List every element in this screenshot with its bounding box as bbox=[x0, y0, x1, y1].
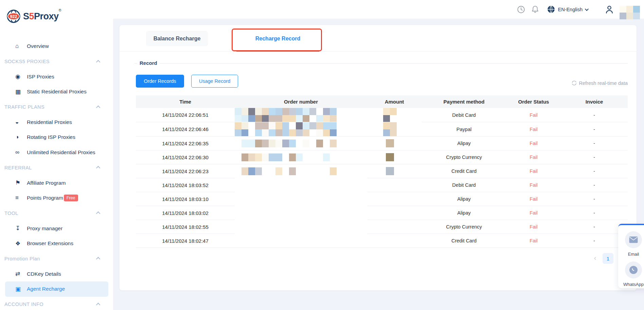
pagination-page-1[interactable]: 1 bbox=[603, 253, 613, 264]
sidebar-item-label: Static Residential Proxies bbox=[27, 89, 87, 95]
cell-time: 14/11/2024 22:06:46 bbox=[136, 122, 235, 136]
sidebar-item-residential-proxies[interactable]: ◒Residential Proxies bbox=[5, 114, 108, 130]
main-content: Balance Recharge Recharge Record Record … bbox=[113, 19, 644, 310]
cell-payment-method: Alipay bbox=[422, 206, 506, 220]
cell-time: 14/11/2024 18:03:10 bbox=[136, 192, 235, 206]
tab-balance-recharge[interactable]: Balance Recharge bbox=[146, 31, 208, 46]
cell-amount-masked bbox=[367, 150, 422, 164]
usage-record-button[interactable]: Usage Record bbox=[191, 75, 238, 88]
cell-amount-masked bbox=[367, 220, 422, 234]
logo-globe-icon: 922 bbox=[6, 9, 21, 24]
table-row: 14/11/2024 22:06:30Crypto CurrencyFail- bbox=[136, 150, 628, 164]
sidebar-section-tool[interactable]: TOOL bbox=[0, 206, 113, 221]
sidebar-section-promotion-plan[interactable]: Promotion Plan bbox=[0, 251, 113, 267]
records-table: TimeOrder numberAmountPayment methodOrde… bbox=[136, 95, 628, 248]
refresh-real-time-data[interactable]: Refresh real-time data bbox=[571, 80, 628, 86]
order-records-button[interactable]: Order Records bbox=[136, 75, 184, 88]
cell-time: 14/11/2024 18:03:02 bbox=[136, 206, 235, 220]
sidebar-item-agent-recharge[interactable]: ▣Agent Recharge bbox=[5, 281, 108, 297]
sidebar-item-browser-extensions[interactable]: ❖Browser Extensions bbox=[5, 236, 108, 251]
cell-payment-method: Alipay bbox=[422, 192, 506, 206]
shield-icon: ⚑ bbox=[15, 179, 27, 186]
sidebar-nav: ⌂OverviewSOCKS5 PROXIES◉ISP Proxies▦Stat… bbox=[0, 39, 113, 310]
whatsapp-icon bbox=[629, 265, 638, 275]
cell-time: 14/11/2024 22:06:51 bbox=[136, 108, 235, 122]
sidebar-section-traffic-plans[interactable]: TRAFFIC PLANS bbox=[0, 99, 113, 115]
active-tab-underline bbox=[236, 51, 319, 52]
sidebar-section-socks5-proxies[interactable]: SOCKS5 PROXIES bbox=[0, 54, 113, 69]
cell-amount-masked bbox=[367, 178, 422, 192]
sidebar-item-isp-proxies[interactable]: ◉ISP Proxies bbox=[5, 69, 108, 84]
cell-payment-method: Paypal bbox=[422, 122, 506, 136]
chevron-up-icon bbox=[96, 166, 101, 170]
cell-order-status: Fail bbox=[506, 178, 561, 192]
app-window: 922 S5Proxy® ⌂OverviewSOCKS5 PROXIES◉ISP… bbox=[0, 0, 644, 310]
language-label: EN-English bbox=[558, 7, 583, 12]
cell-time: 14/11/2024 18:03:52 bbox=[136, 178, 235, 192]
section-label: REFERRAL bbox=[4, 165, 32, 170]
cell-invoice: - bbox=[561, 178, 628, 192]
section-label: ACCOUNT INFO bbox=[4, 302, 43, 307]
email-button[interactable] bbox=[625, 231, 642, 248]
cell-invoice: - bbox=[561, 206, 628, 220]
wallet-icon: ▣ bbox=[15, 286, 27, 293]
brand-logo[interactable]: 922 S5Proxy® bbox=[0, 0, 113, 24]
cell-order-status: Fail bbox=[506, 164, 561, 178]
sidebar-item-affiliate-program[interactable]: ⚑Affiliate Program bbox=[5, 175, 108, 190]
table-row: 14/11/2024 18:02:47Credit CardFail- bbox=[136, 234, 628, 248]
chevron-up-icon bbox=[96, 105, 101, 110]
table-row: 14/11/2024 22:06:51Debit CardFail- bbox=[136, 108, 628, 122]
sidebar-item-unlimited-residential-proxies[interactable]: ∞Unlimited Residential Proxies bbox=[5, 145, 108, 160]
section-label: Promotion Plan bbox=[4, 256, 40, 261]
section-label: TOOL bbox=[4, 211, 18, 216]
cell-payment-method: Debit Card bbox=[422, 108, 506, 122]
whatsapp-label: WhatsApp bbox=[623, 282, 644, 287]
tabs-divider bbox=[120, 51, 637, 52]
cell-order-number-masked bbox=[235, 178, 367, 192]
swap-icon: ⇄ bbox=[15, 270, 27, 277]
sidebar-item-points-program[interactable]: ≡Points ProgramFree bbox=[5, 190, 108, 206]
language-selector[interactable]: EN-English bbox=[547, 5, 588, 14]
chevron-up-icon bbox=[96, 212, 101, 216]
building-icon: ▦ bbox=[15, 88, 27, 95]
sidebar-item-label: Unlimited Residential Proxies bbox=[27, 149, 95, 156]
avatar[interactable] bbox=[620, 6, 640, 19]
email-icon bbox=[629, 236, 638, 243]
sidebar-item-rotating-isp-proxies[interactable]: ◑Rotating ISP Proxies bbox=[5, 130, 108, 145]
column-header-invoice: Invoice bbox=[561, 95, 628, 108]
sidebar-item-label: Rotating ISP Proxies bbox=[27, 134, 75, 140]
record-legend: Record bbox=[137, 60, 160, 66]
cell-invoice: - bbox=[561, 234, 628, 248]
cell-amount-masked bbox=[367, 192, 422, 206]
sidebar-item-label: Points Program bbox=[27, 195, 63, 201]
tab-recharge-record[interactable]: Recharge Record bbox=[236, 31, 319, 46]
whatsapp-button[interactable] bbox=[625, 261, 642, 278]
pagination-prev-icon[interactable]: ‹ bbox=[592, 254, 598, 262]
rotate-icon: ◑ bbox=[15, 134, 27, 141]
column-header-order-number: Order number bbox=[235, 95, 367, 108]
table-row: 14/11/2024 18:03:10AlipayFail- bbox=[136, 192, 628, 206]
sidebar-item-label: CDKey Details bbox=[27, 271, 61, 277]
sidebar-item-overview[interactable]: ⌂Overview bbox=[5, 39, 108, 54]
home-icon: ⌂ bbox=[15, 43, 27, 50]
column-header-order-status: Order Status bbox=[506, 95, 561, 108]
registered-mark: ® bbox=[59, 8, 61, 12]
sidebar-item-proxy-manager[interactable]: ↧Proxy manager bbox=[5, 221, 108, 236]
sidebar-section-referral[interactable]: REFERRAL bbox=[0, 160, 113, 176]
cell-time: 14/11/2024 22:06:35 bbox=[136, 136, 235, 150]
cell-payment-method: Credit Card bbox=[422, 164, 506, 178]
chevron-down-icon bbox=[585, 7, 589, 11]
sidebar-item-static-residential-proxies[interactable]: ▦Static Residential Proxies bbox=[5, 84, 108, 99]
cell-order-number-masked bbox=[235, 136, 367, 150]
bell-icon[interactable] bbox=[531, 5, 539, 14]
recharge-card: Balance Recharge Recharge Record Record … bbox=[119, 25, 637, 291]
person-icon[interactable] bbox=[605, 5, 614, 14]
sidebar-item-cdkey-details[interactable]: ⇄CDKey Details bbox=[5, 266, 108, 281]
table-row: 14/11/2024 22:06:46PaypalFail- bbox=[136, 122, 628, 136]
cell-invoice: - bbox=[561, 108, 628, 122]
cell-order-status: Fail bbox=[506, 122, 561, 136]
history-icon[interactable] bbox=[517, 5, 525, 14]
sidebar-section-account-info[interactable]: ACCOUNT INFO bbox=[0, 297, 113, 310]
cell-order-number-masked bbox=[235, 220, 367, 234]
download-icon: ↧ bbox=[15, 225, 27, 232]
